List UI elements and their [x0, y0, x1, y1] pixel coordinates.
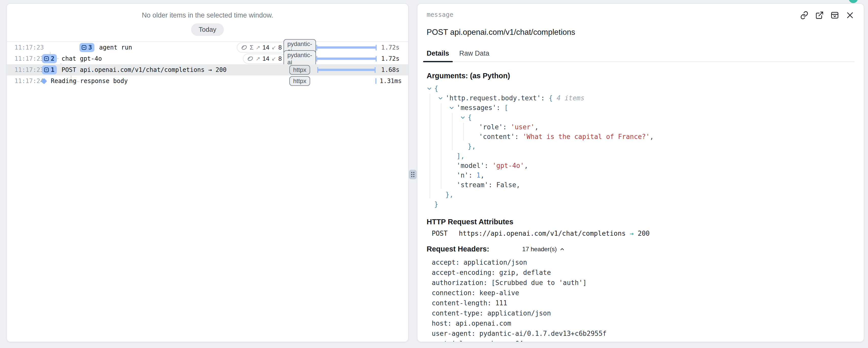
collapse-badge[interactable]: 1 [42, 65, 57, 75]
span-kind-label: message [427, 11, 453, 18]
child-count: 2 [51, 55, 54, 62]
span-duration: 1.72s [380, 44, 408, 51]
http-attributes-heading: HTTP Request Attributes [427, 218, 855, 226]
received-arrow-icon: ↙ [272, 56, 276, 62]
timeline-bar-cell [314, 64, 380, 76]
span-row-reading-body[interactable]: 11:17:24 Reading response body httpx 1.3… [7, 76, 408, 87]
span-label: chat gpt-4o [61, 55, 102, 62]
span-row-agent-run[interactable]: 11:17:23 3 agent run Σ ↗14 ↙8 pydantic-a… [7, 42, 408, 53]
code-line: 'content': 'What is the capital of Franc… [427, 132, 855, 142]
tokens-coin-icon [241, 44, 247, 51]
code-line: 'messages': [ [427, 103, 855, 113]
sent-arrow-icon: ↗ [256, 56, 260, 62]
child-count: 1 [51, 66, 54, 74]
header-line: user-agent: pydantic-ai/0.1.7.dev13+c6b2… [432, 328, 855, 339]
header-line: accept-encoding: gzip, deflate [432, 267, 855, 278]
status-dot [849, 0, 858, 3]
arguments-heading: Arguments: (as Python) [427, 71, 855, 80]
chevron-up-icon [559, 246, 565, 252]
arguments-tree: {'http.request.body.text': { 4 items'mes… [427, 84, 855, 209]
grip-dots-icon [411, 171, 415, 178]
code-line: }, [427, 190, 855, 199]
duration-bar [317, 58, 376, 60]
http-url: https://api.openai.com/v1/chat/completio… [459, 230, 626, 237]
panel-resize-grip[interactable] [409, 170, 417, 179]
sent-tokens: 14 [262, 55, 269, 62]
received-tokens: 8 [278, 44, 282, 51]
http-method: POST [432, 230, 448, 237]
header-line: authorization: [Scrubbed due to 'auth'] [432, 278, 855, 288]
dock-panel-icon[interactable] [830, 11, 839, 20]
sent-arrow-icon: ↗ [256, 45, 260, 51]
sent-tokens: 14 [262, 44, 269, 51]
span-row-post-selected[interactable]: 11:17:23 1 POST api.openai.com/v1/chat/c… [7, 64, 408, 76]
collapse-badge[interactable]: 2 [42, 54, 57, 63]
detail-tabs: Details Raw Data [427, 50, 855, 62]
header-line: connection: keep-alive [432, 288, 855, 298]
close-icon[interactable] [845, 11, 855, 20]
span-label: agent run [99, 44, 132, 51]
detail-panel: message POST api.openai.com/v1/chat/comp… [417, 3, 864, 342]
duration-bar [317, 47, 376, 49]
header-line: content-type: application/json [432, 308, 855, 318]
span-row-chat[interactable]: 11:17:23 2 chat gpt-4o ↗14 ↙8 pydantic-a… [7, 53, 408, 64]
tab-details[interactable]: Details [427, 50, 449, 61]
span-duration: 1.68s [380, 66, 408, 74]
span-rows: 11:17:23 3 agent run Σ ↗14 ↙8 pydantic-a… [7, 41, 408, 87]
span-time: 11:17:23 [7, 66, 42, 74]
copy-link-icon[interactable] [800, 11, 809, 20]
header-line: host: api.openai.com [432, 318, 855, 328]
span-label: POST api.openai.com/v1/chat/completions … [61, 66, 226, 74]
tokens-coin-icon [247, 55, 253, 62]
duration-bar [375, 78, 376, 84]
http-status: 200 [638, 230, 650, 237]
span-time: 11:17:23 [7, 55, 42, 62]
token-stats-pill[interactable]: Σ ↗14 ↙8 [237, 42, 286, 53]
header-line: accept: application/json [432, 257, 855, 267]
tab-raw-data[interactable]: Raw Data [459, 50, 490, 61]
headers-collapse-toggle[interactable]: 17 header(s) [522, 245, 565, 253]
received-tokens: 8 [278, 55, 282, 62]
code-line: { [427, 113, 855, 122]
header-line: x-stainless-arch: arm64 [432, 339, 855, 342]
sigma-icon: Σ [250, 44, 253, 51]
chevron-down-icon[interactable] [460, 115, 468, 120]
collapse-icon [81, 45, 87, 51]
span-time: 11:17:23 [7, 44, 42, 51]
today-button[interactable]: Today [191, 23, 224, 36]
collapse-badge[interactable]: 3 [80, 43, 94, 52]
headers-count: 17 header(s) [522, 245, 557, 253]
code-line: }, [427, 142, 855, 151]
empty-notice: No older items in the selected time wind… [7, 11, 408, 19]
code-line: } [427, 199, 855, 209]
span-duration: 1.31ms [380, 78, 408, 85]
child-count: 3 [88, 44, 92, 51]
code-line: 'http.request.body.text': { 4 items [427, 93, 855, 103]
chevron-down-icon[interactable] [438, 95, 445, 101]
scope-tag[interactable]: httpx [289, 65, 310, 75]
http-request-line: POST https://api.openai.com/v1/chat/comp… [427, 230, 855, 237]
received-arrow-icon: ↙ [272, 45, 276, 51]
code-line: { [427, 84, 855, 93]
timeline-bar-cell [314, 76, 380, 87]
token-stats-pill[interactable]: ↗14 ↙8 [243, 54, 286, 64]
code-line: 'model': 'gpt-4o', [427, 161, 855, 170]
code-line: 'stream': False, [427, 180, 855, 190]
span-duration: 1.72s [380, 55, 408, 62]
chevron-down-icon[interactable] [427, 86, 434, 91]
trace-list-panel: No older items in the selected time wind… [6, 3, 409, 342]
timeline-bar-cell [314, 42, 380, 53]
header-line: content-length: 111 [432, 298, 855, 308]
log-diamond-icon [41, 78, 47, 84]
open-in-new-icon[interactable] [815, 11, 824, 20]
collapse-icon [43, 67, 50, 73]
code-line: 'n': 1, [427, 170, 855, 180]
scope-tag[interactable]: httpx [289, 76, 310, 86]
span-time: 11:17:24 [7, 78, 42, 85]
request-headers-heading: Request Headers: [427, 245, 489, 253]
status-arrow-icon: → [630, 230, 634, 237]
request-headers-list: accept: application/jsonaccept-encoding:… [427, 257, 855, 342]
collapse-icon [43, 56, 50, 62]
chevron-down-icon[interactable] [449, 105, 457, 111]
code-line: 'role': 'user', [427, 122, 855, 132]
